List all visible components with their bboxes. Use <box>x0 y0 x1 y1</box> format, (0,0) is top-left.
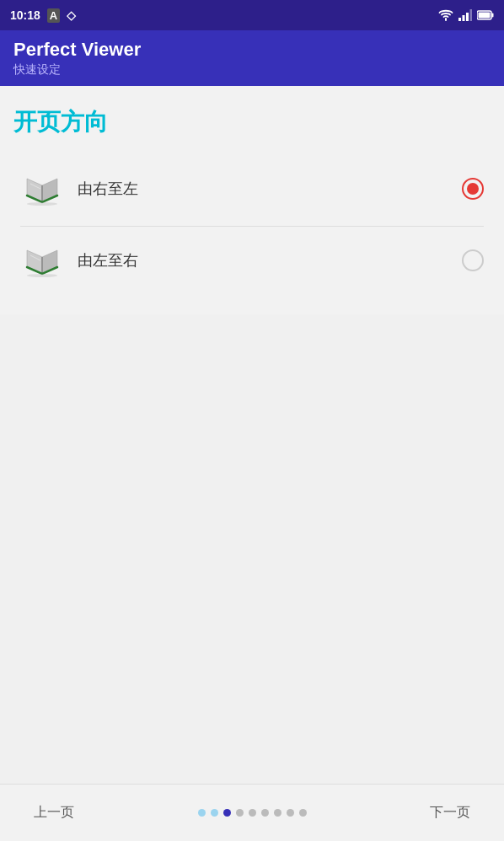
app-title: Perfect Viewer <box>13 39 491 61</box>
option-left-to-right[interactable]: 由左至右 <box>13 227 491 294</box>
svg-rect-6 <box>479 13 491 19</box>
svg-rect-5 <box>492 13 494 18</box>
option-right-to-left[interactable]: 由右至左 <box>13 155 491 222</box>
status-icon-diamond: ◇ <box>67 8 76 22</box>
status-bar: 10:18 A ◇ <box>0 0 504 30</box>
title-bar: Perfect Viewer 快速设定 <box>0 30 504 86</box>
wifi-icon <box>438 9 453 21</box>
signal-icon <box>458 9 472 21</box>
svg-rect-1 <box>463 15 465 21</box>
section-title: 开页方向 <box>13 106 491 138</box>
svg-point-10 <box>27 274 57 277</box>
dot-9 <box>299 809 307 817</box>
radio-ltr[interactable] <box>462 249 484 271</box>
next-button[interactable]: 下一页 <box>416 797 484 828</box>
status-icon-a: A <box>47 8 60 23</box>
subtitle: 快速设定 <box>13 62 491 78</box>
bottom-nav: 上一页 下一页 <box>0 784 504 841</box>
svg-rect-2 <box>466 13 469 21</box>
dot-1 <box>198 809 206 817</box>
radio-rtl[interactable] <box>462 178 484 200</box>
dot-3[interactable] <box>223 809 231 817</box>
dot-7 <box>274 809 281 817</box>
dot-6 <box>261 809 269 817</box>
option-left-1: 由右至左 <box>20 167 138 211</box>
dot-5 <box>249 809 256 817</box>
main-content: 开页方向 由右至左 <box>0 86 504 314</box>
svg-point-8 <box>27 202 57 206</box>
svg-rect-0 <box>458 18 461 21</box>
status-time: 10:18 <box>10 8 40 22</box>
status-left: 10:18 A ◇ <box>10 8 76 23</box>
book-icon-ltr <box>20 238 64 282</box>
option-left-2: 由左至右 <box>20 238 138 282</box>
battery-icon <box>477 10 494 20</box>
dot-8 <box>287 809 294 817</box>
option-label-1: 由右至左 <box>78 179 138 199</box>
book-icon-rtl <box>20 167 64 211</box>
status-right <box>438 9 494 21</box>
pagination-dots <box>198 809 307 817</box>
prev-button[interactable]: 上一页 <box>20 797 88 828</box>
dot-4 <box>236 809 244 817</box>
option-label-2: 由左至右 <box>78 250 138 271</box>
radio-inner-rtl <box>467 183 479 195</box>
svg-rect-3 <box>470 9 473 21</box>
dot-2 <box>211 809 218 817</box>
